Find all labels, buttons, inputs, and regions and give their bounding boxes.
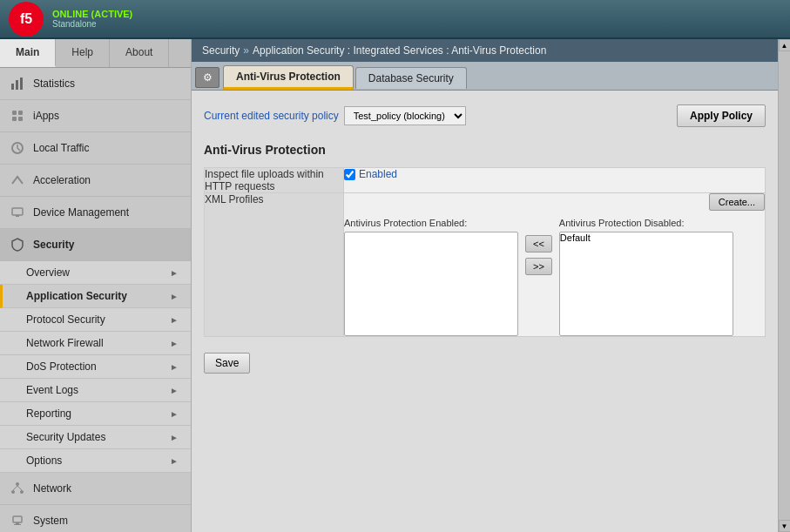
content-tabs: ⚙ Anti-Virus Protection Database Securit… xyxy=(192,62,778,91)
scroll-down-arrow[interactable]: ▼ xyxy=(779,520,791,532)
svg-rect-13 xyxy=(13,516,22,522)
arrow-col: << >> xyxy=(525,218,552,275)
chevron-right-icon: ► xyxy=(170,339,179,348)
device-icon xyxy=(9,204,26,221)
sidebar-item-statistics[interactable]: Statistics xyxy=(0,68,191,100)
sidebar-item-acceleration[interactable]: Acceleration xyxy=(0,165,191,197)
traffic-icon xyxy=(9,139,26,157)
tab-main[interactable]: Main xyxy=(0,39,56,67)
sub-item-reporting[interactable]: Reporting ► xyxy=(0,402,191,426)
tab-help[interactable]: Help xyxy=(56,39,110,67)
tab-about[interactable]: About xyxy=(110,39,169,67)
accel-icon xyxy=(9,172,26,189)
nav-tabs: Main Help About xyxy=(0,39,191,68)
chevron-right-icon: ► xyxy=(170,386,179,395)
chevron-right-icon: ► xyxy=(170,456,179,466)
system-icon xyxy=(9,512,26,529)
svg-rect-15 xyxy=(14,524,21,525)
enabled-checkbox[interactable] xyxy=(344,169,355,180)
sidebar-label-local-traffic: Local Traffic xyxy=(33,142,182,154)
apply-policy-button[interactable]: Apply Policy xyxy=(677,104,766,127)
sidebar-item-device-management[interactable]: Device Management xyxy=(0,197,191,229)
sub-item-overview[interactable]: Overview ► xyxy=(0,261,191,285)
sub-item-dos-protection[interactable]: DoS Protection ► xyxy=(0,355,191,379)
iapps-icon xyxy=(9,107,26,125)
svg-rect-14 xyxy=(16,522,19,524)
inspect-label: Inspect file uploads within HTTP request… xyxy=(205,168,344,193)
sub-item-reporting-label: Reporting xyxy=(26,407,71,420)
sub-item-security-updates-label: Security Updates xyxy=(26,431,105,443)
move-left-button[interactable]: << xyxy=(525,235,552,253)
breadcrumb-part2: Application Security : Integrated Servic… xyxy=(253,44,546,57)
sub-item-protocol-security[interactable]: Protocol Security ► xyxy=(0,308,191,332)
disabled-option-default[interactable]: Default xyxy=(560,232,733,244)
svg-rect-0 xyxy=(11,84,14,90)
chart-icon xyxy=(9,75,26,92)
inspect-content: Enabled xyxy=(344,168,766,193)
sub-item-options-label: Options xyxy=(26,455,62,467)
sidebar-item-security[interactable]: Security xyxy=(0,229,191,261)
chevron-right-icon: ► xyxy=(170,315,179,325)
svg-rect-3 xyxy=(12,111,17,115)
policy-bar: Current edited security policy Test_poli… xyxy=(204,99,766,132)
create-button[interactable]: Create... xyxy=(709,193,765,211)
sub-item-overview-label: Overview xyxy=(26,266,70,279)
table-row-inspect: Inspect file uploads within HTTP request… xyxy=(205,168,766,193)
svg-point-11 xyxy=(11,490,15,494)
security-sub-menu: Overview ► Application Security ► Protoc… xyxy=(0,261,191,473)
antivirus-disabled-listbox[interactable]: Default xyxy=(559,232,733,336)
enabled-profile-col: Antivirus Protection Enabled: xyxy=(344,218,518,336)
scroll-up-arrow[interactable]: ▲ xyxy=(779,39,791,51)
tab-database-security[interactable]: Database Security xyxy=(355,67,467,89)
chevron-right-icon: ► xyxy=(170,433,179,442)
breadcrumb-arrow: » xyxy=(243,44,249,57)
sidebar-label-statistics: Statistics xyxy=(33,77,182,90)
disabled-list-label: Antivirus Protection Disabled: xyxy=(559,218,733,228)
policy-select[interactable]: Test_policy (blocking) xyxy=(344,106,466,125)
breadcrumb: Security » Application Security : Integr… xyxy=(192,39,778,62)
section-title: Anti-Virus Protection xyxy=(204,143,766,160)
right-scrollbar: ▲ ▼ xyxy=(778,39,790,532)
enabled-checkbox-container: Enabled xyxy=(344,168,765,180)
antivirus-enabled-listbox[interactable] xyxy=(344,232,518,336)
gear-button[interactable]: ⚙ xyxy=(195,67,219,88)
sub-item-security-updates[interactable]: Security Updates ► xyxy=(0,426,191,449)
sub-item-app-security-label: Application Security xyxy=(26,290,127,302)
chevron-right-icon: ► xyxy=(170,292,179,301)
status-info: ONLINE (ACTIVE) Standalone xyxy=(52,9,132,29)
svg-rect-2 xyxy=(20,77,23,90)
sidebar-item-system[interactable]: System xyxy=(0,505,191,532)
table-row-xml-profiles: XML Profiles Create... Antivirus Protect… xyxy=(205,193,766,337)
policy-label: Current edited security policy xyxy=(204,110,339,122)
chevron-right-icon: ► xyxy=(170,268,179,278)
svg-point-12 xyxy=(20,490,24,494)
svg-rect-4 xyxy=(18,111,23,115)
sidebar-label-acceleration: Acceleration xyxy=(33,174,182,186)
sub-item-protocol-label: Protocol Security xyxy=(26,313,105,326)
top-header: f5 ONLINE (ACTIVE) Standalone xyxy=(0,0,790,39)
chevron-right-icon: ► xyxy=(170,409,179,419)
sub-item-options[interactable]: Options ► xyxy=(0,449,191,473)
sidebar-label-network: Network xyxy=(33,482,182,495)
sidebar-item-iapps[interactable]: iApps xyxy=(0,100,191,132)
sub-item-event-logs[interactable]: Event Logs ► xyxy=(0,379,191,402)
tab-antivirus-protection[interactable]: Anti-Virus Protection xyxy=(223,65,354,90)
network-icon xyxy=(9,480,26,497)
sidebar-item-local-traffic[interactable]: Local Traffic xyxy=(0,132,191,165)
sidebar-label-device-management: Device Management xyxy=(33,206,182,219)
svg-rect-5 xyxy=(12,117,17,121)
sub-item-application-security[interactable]: Application Security ► xyxy=(0,285,191,308)
security-icon xyxy=(9,236,26,253)
svg-point-10 xyxy=(16,482,19,486)
move-right-button[interactable]: >> xyxy=(525,258,552,275)
sub-item-network-firewall[interactable]: Network Firewall ► xyxy=(0,332,191,355)
sidebar-label-system: System xyxy=(33,515,182,527)
xml-profiles-content: Create... Antivirus Protection Enabled: xyxy=(344,193,766,337)
f5-logo: f5 xyxy=(9,2,44,37)
save-button[interactable]: Save xyxy=(204,353,250,374)
svg-rect-9 xyxy=(16,215,19,217)
xml-profiles-label: XML Profiles xyxy=(205,193,344,337)
chevron-right-icon: ► xyxy=(170,362,179,372)
sidebar-item-network[interactable]: Network xyxy=(0,473,191,505)
sub-item-dos-label: DoS Protection xyxy=(26,360,97,373)
